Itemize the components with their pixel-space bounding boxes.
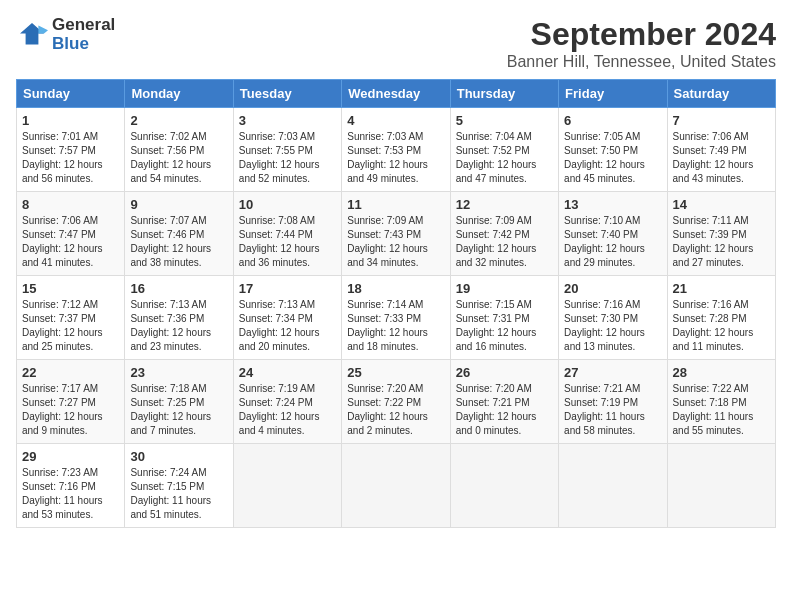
calendar-day-12: 12Sunrise: 7:09 AMSunset: 7:42 PMDayligh… (450, 192, 558, 276)
day-number: 24 (239, 365, 336, 380)
day-number: 12 (456, 197, 553, 212)
day-info: Sunrise: 7:04 AMSunset: 7:52 PMDaylight:… (456, 130, 553, 186)
weekday-header-sunday: Sunday (17, 80, 125, 108)
day-number: 25 (347, 365, 444, 380)
day-info: Sunrise: 7:03 AMSunset: 7:53 PMDaylight:… (347, 130, 444, 186)
day-number: 20 (564, 281, 661, 296)
day-number: 27 (564, 365, 661, 380)
day-number: 22 (22, 365, 119, 380)
day-number: 7 (673, 113, 770, 128)
day-number: 29 (22, 449, 119, 464)
calendar-table: SundayMondayTuesdayWednesdayThursdayFrid… (16, 79, 776, 528)
day-info: Sunrise: 7:09 AMSunset: 7:43 PMDaylight:… (347, 214, 444, 270)
day-number: 26 (456, 365, 553, 380)
calendar-day-13: 13Sunrise: 7:10 AMSunset: 7:40 PMDayligh… (559, 192, 667, 276)
calendar-day-3: 3Sunrise: 7:03 AMSunset: 7:55 PMDaylight… (233, 108, 341, 192)
calendar-day-empty (450, 444, 558, 528)
day-number: 23 (130, 365, 227, 380)
calendar-day-empty (559, 444, 667, 528)
day-info: Sunrise: 7:24 AMSunset: 7:15 PMDaylight:… (130, 466, 227, 522)
calendar-day-27: 27Sunrise: 7:21 AMSunset: 7:19 PMDayligh… (559, 360, 667, 444)
day-info: Sunrise: 7:03 AMSunset: 7:55 PMDaylight:… (239, 130, 336, 186)
day-info: Sunrise: 7:08 AMSunset: 7:44 PMDaylight:… (239, 214, 336, 270)
calendar-day-14: 14Sunrise: 7:11 AMSunset: 7:39 PMDayligh… (667, 192, 775, 276)
day-number: 30 (130, 449, 227, 464)
day-number: 28 (673, 365, 770, 380)
day-info: Sunrise: 7:11 AMSunset: 7:39 PMDaylight:… (673, 214, 770, 270)
calendar-day-empty (233, 444, 341, 528)
calendar-title: September 2024 (507, 16, 776, 53)
day-info: Sunrise: 7:20 AMSunset: 7:21 PMDaylight:… (456, 382, 553, 438)
day-info: Sunrise: 7:16 AMSunset: 7:30 PMDaylight:… (564, 298, 661, 354)
logo-icon (16, 19, 48, 51)
day-number: 19 (456, 281, 553, 296)
svg-marker-1 (38, 25, 48, 33)
calendar-day-19: 19Sunrise: 7:15 AMSunset: 7:31 PMDayligh… (450, 276, 558, 360)
calendar-day-8: 8Sunrise: 7:06 AMSunset: 7:47 PMDaylight… (17, 192, 125, 276)
weekday-header-row: SundayMondayTuesdayWednesdayThursdayFrid… (17, 80, 776, 108)
calendar-day-16: 16Sunrise: 7:13 AMSunset: 7:36 PMDayligh… (125, 276, 233, 360)
day-info: Sunrise: 7:07 AMSunset: 7:46 PMDaylight:… (130, 214, 227, 270)
calendar-day-9: 9Sunrise: 7:07 AMSunset: 7:46 PMDaylight… (125, 192, 233, 276)
day-number: 1 (22, 113, 119, 128)
day-number: 6 (564, 113, 661, 128)
calendar-week-1: 1Sunrise: 7:01 AMSunset: 7:57 PMDaylight… (17, 108, 776, 192)
svg-marker-0 (20, 23, 44, 45)
calendar-day-23: 23Sunrise: 7:18 AMSunset: 7:25 PMDayligh… (125, 360, 233, 444)
calendar-week-3: 15Sunrise: 7:12 AMSunset: 7:37 PMDayligh… (17, 276, 776, 360)
calendar-day-6: 6Sunrise: 7:05 AMSunset: 7:50 PMDaylight… (559, 108, 667, 192)
calendar-day-2: 2Sunrise: 7:02 AMSunset: 7:56 PMDaylight… (125, 108, 233, 192)
calendar-day-24: 24Sunrise: 7:19 AMSunset: 7:24 PMDayligh… (233, 360, 341, 444)
calendar-week-5: 29Sunrise: 7:23 AMSunset: 7:16 PMDayligh… (17, 444, 776, 528)
calendar-day-5: 5Sunrise: 7:04 AMSunset: 7:52 PMDaylight… (450, 108, 558, 192)
calendar-day-10: 10Sunrise: 7:08 AMSunset: 7:44 PMDayligh… (233, 192, 341, 276)
calendar-day-18: 18Sunrise: 7:14 AMSunset: 7:33 PMDayligh… (342, 276, 450, 360)
calendar-day-11: 11Sunrise: 7:09 AMSunset: 7:43 PMDayligh… (342, 192, 450, 276)
day-info: Sunrise: 7:22 AMSunset: 7:18 PMDaylight:… (673, 382, 770, 438)
calendar-day-29: 29Sunrise: 7:23 AMSunset: 7:16 PMDayligh… (17, 444, 125, 528)
weekday-header-friday: Friday (559, 80, 667, 108)
weekday-header-tuesday: Tuesday (233, 80, 341, 108)
calendar-day-7: 7Sunrise: 7:06 AMSunset: 7:49 PMDaylight… (667, 108, 775, 192)
day-info: Sunrise: 7:18 AMSunset: 7:25 PMDaylight:… (130, 382, 227, 438)
day-info: Sunrise: 7:17 AMSunset: 7:27 PMDaylight:… (22, 382, 119, 438)
day-info: Sunrise: 7:16 AMSunset: 7:28 PMDaylight:… (673, 298, 770, 354)
day-number: 11 (347, 197, 444, 212)
day-number: 3 (239, 113, 336, 128)
calendar-day-22: 22Sunrise: 7:17 AMSunset: 7:27 PMDayligh… (17, 360, 125, 444)
calendar-day-28: 28Sunrise: 7:22 AMSunset: 7:18 PMDayligh… (667, 360, 775, 444)
calendar-day-15: 15Sunrise: 7:12 AMSunset: 7:37 PMDayligh… (17, 276, 125, 360)
day-number: 2 (130, 113, 227, 128)
day-info: Sunrise: 7:19 AMSunset: 7:24 PMDaylight:… (239, 382, 336, 438)
calendar-subtitle: Banner Hill, Tennessee, United States (507, 53, 776, 71)
calendar-day-21: 21Sunrise: 7:16 AMSunset: 7:28 PMDayligh… (667, 276, 775, 360)
day-number: 17 (239, 281, 336, 296)
day-number: 14 (673, 197, 770, 212)
logo: General Blue (16, 16, 115, 53)
day-info: Sunrise: 7:12 AMSunset: 7:37 PMDaylight:… (22, 298, 119, 354)
day-number: 15 (22, 281, 119, 296)
weekday-header-monday: Monday (125, 80, 233, 108)
day-number: 8 (22, 197, 119, 212)
calendar-day-20: 20Sunrise: 7:16 AMSunset: 7:30 PMDayligh… (559, 276, 667, 360)
calendar-day-26: 26Sunrise: 7:20 AMSunset: 7:21 PMDayligh… (450, 360, 558, 444)
calendar-day-empty (667, 444, 775, 528)
day-number: 4 (347, 113, 444, 128)
calendar-day-17: 17Sunrise: 7:13 AMSunset: 7:34 PMDayligh… (233, 276, 341, 360)
weekday-header-wednesday: Wednesday (342, 80, 450, 108)
page-header: General Blue September 2024 Banner Hill,… (16, 16, 776, 71)
day-number: 18 (347, 281, 444, 296)
day-info: Sunrise: 7:21 AMSunset: 7:19 PMDaylight:… (564, 382, 661, 438)
day-info: Sunrise: 7:02 AMSunset: 7:56 PMDaylight:… (130, 130, 227, 186)
calendar-week-4: 22Sunrise: 7:17 AMSunset: 7:27 PMDayligh… (17, 360, 776, 444)
day-number: 21 (673, 281, 770, 296)
calendar-day-30: 30Sunrise: 7:24 AMSunset: 7:15 PMDayligh… (125, 444, 233, 528)
calendar-week-2: 8Sunrise: 7:06 AMSunset: 7:47 PMDaylight… (17, 192, 776, 276)
day-info: Sunrise: 7:01 AMSunset: 7:57 PMDaylight:… (22, 130, 119, 186)
day-number: 5 (456, 113, 553, 128)
day-info: Sunrise: 7:10 AMSunset: 7:40 PMDaylight:… (564, 214, 661, 270)
day-info: Sunrise: 7:13 AMSunset: 7:36 PMDaylight:… (130, 298, 227, 354)
day-number: 9 (130, 197, 227, 212)
weekday-header-saturday: Saturday (667, 80, 775, 108)
calendar-day-4: 4Sunrise: 7:03 AMSunset: 7:53 PMDaylight… (342, 108, 450, 192)
